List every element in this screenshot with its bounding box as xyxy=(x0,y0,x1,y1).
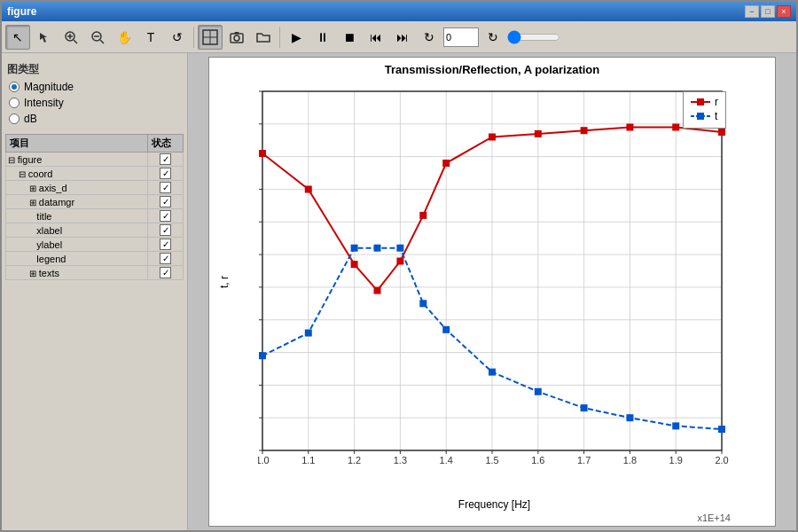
insert-axes-button[interactable] xyxy=(198,25,223,50)
tree-expander[interactable] xyxy=(29,240,36,250)
svg-rect-88 xyxy=(442,160,450,167)
tree-row[interactable]: legend ✓ xyxy=(6,252,184,266)
svg-rect-103 xyxy=(535,388,542,395)
rotate-button[interactable]: ↺ xyxy=(165,25,190,50)
svg-rect-86 xyxy=(396,258,403,265)
tree-expander[interactable]: ⊟ xyxy=(19,169,28,179)
tree-row[interactable]: ⊟ coord ✓ xyxy=(6,167,184,181)
tree-expander[interactable]: ⊞ xyxy=(29,184,39,193)
tree-expander[interactable] xyxy=(29,254,36,264)
chart-container: Transmission/Reflection, A polarization … xyxy=(208,57,776,527)
tree-checkbox[interactable]: ✓ xyxy=(160,182,171,193)
tree-checkbox[interactable]: ✓ xyxy=(160,153,171,165)
tree-checkbox[interactable]: ✓ xyxy=(160,210,171,222)
svg-rect-111 xyxy=(697,113,704,120)
svg-rect-106 xyxy=(672,422,679,429)
tree-item-status[interactable]: ✓ xyxy=(148,238,184,252)
tree-item-label[interactable]: ⊞ datamgr xyxy=(6,195,148,209)
refresh2-button[interactable]: ↻ xyxy=(481,25,505,50)
tree-row[interactable]: ⊞ datamgr ✓ xyxy=(6,195,184,209)
svg-rect-101 xyxy=(442,326,450,333)
open-button[interactable] xyxy=(251,25,276,50)
tree-checkbox[interactable]: ✓ xyxy=(160,253,171,264)
tree-item-status[interactable]: ✓ xyxy=(148,167,184,181)
tree-checkbox[interactable]: ✓ xyxy=(160,168,171,179)
tree-expander[interactable] xyxy=(29,212,36,222)
tree-item-label[interactable]: ⊞ texts xyxy=(6,266,148,280)
tree-item-label[interactable]: xlabel xyxy=(6,223,148,238)
svg-rect-102 xyxy=(489,369,496,376)
svg-rect-99 xyxy=(396,245,403,252)
tree-row[interactable]: ⊞ axis_d ✓ xyxy=(6,181,184,195)
prev-button[interactable]: ⏮ xyxy=(364,25,388,50)
frame-slider[interactable] xyxy=(507,30,560,44)
close-button[interactable]: × xyxy=(777,5,791,18)
tree-item-label[interactable]: legend xyxy=(6,252,148,266)
maximize-button[interactable]: □ xyxy=(761,5,775,18)
tree-item-label[interactable]: ⊟ coord xyxy=(6,167,148,181)
arrow-tool-button[interactable]: ↖ xyxy=(5,25,30,50)
svg-text:1.0: 1.0 xyxy=(258,455,270,466)
tree-item-label[interactable]: ⊞ axis_d xyxy=(6,181,148,195)
radio-intensity-label: Intensity xyxy=(24,97,64,109)
tree-checkbox[interactable]: ✓ xyxy=(160,196,171,207)
next-button[interactable]: ⏭ xyxy=(390,25,415,50)
tree-header-item: 项目 xyxy=(6,135,148,153)
tree-checkbox[interactable]: ✓ xyxy=(160,239,171,250)
tree-row[interactable]: ylabel ✓ xyxy=(6,238,184,252)
tree-expander[interactable] xyxy=(29,226,36,236)
tree-expander[interactable]: ⊞ xyxy=(29,198,39,207)
legend-r: r xyxy=(691,96,718,108)
tree-item-status[interactable]: ✓ xyxy=(148,266,184,280)
svg-rect-96 xyxy=(305,330,312,337)
tree-item-status[interactable]: ✓ xyxy=(148,223,184,238)
minimize-button[interactable]: − xyxy=(745,5,759,18)
svg-line-5 xyxy=(100,40,104,43)
pan-button[interactable]: ✋ xyxy=(112,25,137,50)
zoom-out-button[interactable] xyxy=(85,25,110,50)
svg-rect-95 xyxy=(259,352,266,359)
tree-checkbox[interactable]: ✓ xyxy=(160,224,171,236)
tree-checkbox[interactable]: ✓ xyxy=(160,267,171,278)
frame-input[interactable] xyxy=(443,27,479,47)
svg-rect-104 xyxy=(581,404,588,411)
tree-item-label[interactable]: ylabel xyxy=(6,238,148,252)
radio-db[interactable]: dB xyxy=(9,113,184,125)
tree-row[interactable]: ⊟ figure ✓ xyxy=(6,153,184,167)
radio-intensity[interactable]: Intensity xyxy=(9,97,184,109)
pause-button[interactable]: ⏸ xyxy=(310,25,335,50)
tree-item-label[interactable]: ⊟ figure xyxy=(6,153,148,167)
window-controls: − □ × xyxy=(745,5,791,18)
tree-row[interactable]: title ✓ xyxy=(6,209,184,223)
svg-rect-87 xyxy=(419,212,426,219)
chart-type-group: Magnitude Intensity dB xyxy=(9,81,184,125)
tree-item-status[interactable]: ✓ xyxy=(148,153,184,167)
tree-item-status[interactable]: ✓ xyxy=(148,209,184,223)
svg-rect-82 xyxy=(259,150,266,157)
refresh-button[interactable]: ↻ xyxy=(417,25,442,50)
tree-item-label[interactable]: title xyxy=(6,209,148,223)
tree-item-status[interactable]: ✓ xyxy=(148,252,184,266)
camera-button[interactable] xyxy=(224,25,249,50)
play-button[interactable]: ▶ xyxy=(284,25,309,50)
y-axis-label: t, r xyxy=(218,276,231,288)
svg-rect-97 xyxy=(351,245,358,252)
stop-button[interactable]: ⏹ xyxy=(337,25,362,50)
tree-row[interactable]: ⊞ texts ✓ xyxy=(6,266,184,280)
chart-svg: 00.10.20.30.40.50.60.70.80.91.01.11.01.1… xyxy=(258,87,731,477)
tree-item-status[interactable]: ✓ xyxy=(148,181,184,195)
legend-t: t xyxy=(691,110,718,122)
text-button[interactable]: T xyxy=(138,25,163,50)
select-tool-button[interactable] xyxy=(32,25,57,50)
radio-magnitude[interactable]: Magnitude xyxy=(9,81,184,93)
zoom-in-button[interactable] xyxy=(59,25,83,50)
tree-item-status[interactable]: ✓ xyxy=(148,195,184,209)
svg-rect-90 xyxy=(535,130,542,137)
chart-type-label: 图类型 xyxy=(7,62,184,77)
tree-expander[interactable]: ⊞ xyxy=(29,269,39,278)
tree-row[interactable]: xlabel ✓ xyxy=(6,223,184,238)
separator-2 xyxy=(279,27,280,48)
svg-rect-98 xyxy=(374,245,381,252)
tree-expander[interactable]: ⊟ xyxy=(8,155,18,165)
tree-header-status: 状态 xyxy=(148,135,184,153)
